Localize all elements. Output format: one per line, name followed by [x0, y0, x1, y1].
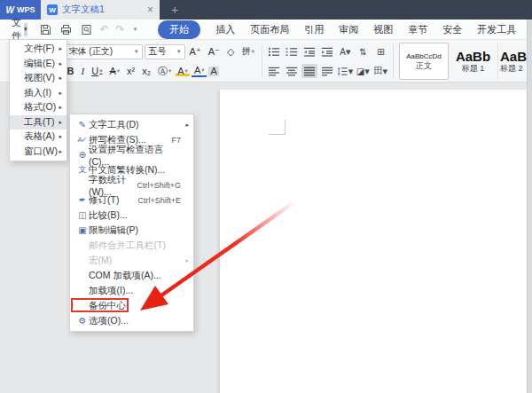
- align-center-icon: [286, 67, 298, 76]
- print-icon: [60, 24, 72, 35]
- menu-item-format[interactable]: 格式(O)▸: [10, 100, 66, 115]
- redo-icon[interactable]: ↷: [116, 23, 125, 35]
- tab-dev-tools[interactable]: 开发工具: [477, 23, 516, 36]
- menu-item-file[interactable]: 文件(F)▸: [10, 42, 66, 57]
- save-button[interactable]: [40, 24, 51, 35]
- pinyin-guide-button[interactable]: 拼▾: [239, 47, 256, 56]
- numbered-list-icon: [286, 47, 298, 57]
- enclose-characters-button[interactable]: Ⓐ▾: [155, 67, 174, 76]
- align-left-button[interactable]: [266, 64, 282, 78]
- menu-item-label: COM 加载项(A)...: [89, 270, 161, 282]
- decrease-indent-button[interactable]: [301, 44, 317, 59]
- set-spellcheck-language-item[interactable]: ⊕设置拼写检查语言(C)...: [70, 147, 193, 162]
- addins-item[interactable]: 加载项(I)...: [70, 283, 193, 298]
- backup-center-item[interactable]: 备份中心: [70, 298, 193, 313]
- font-section: 宋体 (正文) ▾ 五号 ▾ A⁺ A⁻ ◇ 拼▾ B I U▾ A▾ x² x…: [63, 43, 259, 80]
- text-highlight-button[interactable]: A▾: [176, 67, 190, 76]
- tab-home[interactable]: 开始: [158, 20, 200, 39]
- doc-file-icon: W: [47, 4, 58, 15]
- chevron-down-icon: ▾: [99, 68, 102, 75]
- menu-item-label: 编辑(E): [24, 58, 55, 70]
- vertical-scrollbar[interactable]: [527, 20, 532, 393]
- bullet-list-icon: [268, 47, 280, 57]
- chevron-down-icon: ▾: [201, 67, 204, 74]
- tab-section[interactable]: 章节: [408, 23, 427, 36]
- style-normal[interactable]: AaBbCcDd 正文: [399, 43, 449, 80]
- app-name: WPS: [17, 5, 35, 14]
- page-setup-button[interactable]: ⊞: [372, 44, 388, 59]
- tab-page-layout[interactable]: 页面布局: [250, 23, 289, 36]
- styles-gallery: AaBbCcDd 正文 AaBb 标题 1 AaBb(A 标题 2: [399, 43, 532, 80]
- paragraph-section: A▾ ⇅ ⊞ ▾ ◪▾ 田▾: [264, 43, 390, 80]
- chinese-conversion-icon: 文: [75, 164, 89, 176]
- restrict-editing-icon: ▣: [75, 225, 89, 235]
- style-heading1[interactable]: AaBb 标题 1: [449, 43, 498, 80]
- increase-indent-button[interactable]: [319, 44, 335, 59]
- menu-item-edit[interactable]: 编辑(E)▸: [10, 57, 66, 72]
- menu-item-view[interactable]: 视图(V)▸: [10, 71, 66, 86]
- menu-item-insert[interactable]: 插入(I)▸: [10, 86, 66, 101]
- document-page[interactable]: [220, 90, 527, 393]
- ribbon-tabs: 开始 插入 页面布局 引用 审阅 视图 章节 安全 开发工具 云服务 文档助手: [149, 20, 532, 39]
- submenu-arrow-icon: ▸: [59, 60, 62, 67]
- restrict-editing-item[interactable]: ▣限制编辑(P): [70, 223, 193, 238]
- text-direction-button[interactable]: A▾: [337, 44, 353, 59]
- document-tab[interactable]: W 文字文稿1 ×: [41, 0, 160, 20]
- borders-button[interactable]: 田▾: [372, 64, 388, 78]
- style-sample: AaBbCcDd: [406, 53, 442, 60]
- track-changes-item[interactable]: ✒修订(T)Ctrl+Shift+E: [70, 193, 193, 208]
- bullet-list-button[interactable]: [266, 44, 282, 59]
- tab-references[interactable]: 引用: [304, 23, 324, 36]
- decrease-font-button[interactable]: A⁻: [206, 47, 223, 57]
- tab-close-icon[interactable]: ×: [147, 4, 153, 15]
- underline-button[interactable]: U▾: [89, 67, 105, 76]
- print-button[interactable]: [60, 24, 72, 35]
- page-setup-icon: ⊞: [377, 47, 384, 57]
- word-count-item[interactable]: 字数统计(W)...Ctrl+Shift+G: [70, 177, 193, 193]
- menu-item-tools[interactable]: 工具(T)▸: [10, 115, 66, 130]
- menu-item-window[interactable]: 窗口(W)▸: [10, 145, 66, 160]
- font-name-combo[interactable]: 宋体 (正文) ▾: [65, 44, 143, 59]
- superscript-button[interactable]: x²: [124, 67, 137, 76]
- distribute-button[interactable]: [319, 64, 335, 78]
- highlight-icon: A: [177, 67, 184, 76]
- shading-button[interactable]: ◪▾: [355, 64, 371, 78]
- tab-insert[interactable]: 插入: [215, 23, 235, 36]
- text-tool-item[interactable]: ✎文字工具(D)▸: [70, 117, 193, 132]
- italic-button[interactable]: I: [79, 67, 88, 76]
- undo-icon[interactable]: ↶: [100, 23, 109, 35]
- strikethrough-button[interactable]: A▾: [106, 67, 122, 76]
- line-spacing-button[interactable]: ▾: [337, 64, 353, 78]
- sort-button[interactable]: ⇅: [355, 44, 371, 59]
- character-shading-button[interactable]: A: [208, 67, 218, 76]
- quick-access-customize-icon[interactable]: ▾: [134, 26, 137, 33]
- margin-corner-mark: [269, 120, 286, 135]
- distribute-icon: [321, 67, 333, 76]
- numbered-list-button[interactable]: [284, 44, 300, 59]
- tab-view[interactable]: 视图: [373, 23, 393, 36]
- spellcheck-language-icon: ⊕: [75, 150, 89, 160]
- subscript-button[interactable]: x₂: [139, 67, 153, 76]
- font-color-button[interactable]: A▾: [192, 66, 207, 77]
- tab-security[interactable]: 安全: [442, 23, 462, 36]
- file-menu-chevron[interactable]: ▾: [24, 23, 27, 36]
- menu-item-label: 限制编辑(P): [89, 224, 138, 237]
- clear-format-icon[interactable]: ◇: [224, 47, 237, 57]
- com-addins-item[interactable]: COM 加载项(A)...: [70, 268, 193, 283]
- options-item[interactable]: ⚙选项(O)...: [70, 313, 193, 328]
- font-size-combo[interactable]: 五号 ▾: [145, 44, 185, 59]
- style-name: 正文: [416, 62, 432, 70]
- menu-item-label: 宏(M): [89, 255, 112, 267]
- justify-button[interactable]: [301, 64, 317, 78]
- tab-review[interactable]: 审阅: [339, 23, 358, 36]
- underline-label: U: [91, 67, 98, 76]
- increase-font-button[interactable]: A⁺: [187, 47, 204, 57]
- align-center-button[interactable]: [284, 64, 300, 78]
- borders-icon: 田: [374, 65, 383, 77]
- print-preview-button[interactable]: [81, 24, 92, 35]
- chevron-down-icon: ▾: [251, 49, 254, 55]
- compare-item[interactable]: ◫比较(B)...: [70, 208, 193, 223]
- chevron-down-icon: ▾: [364, 66, 370, 77]
- menu-item-table[interactable]: 表格(A)▸: [10, 130, 66, 145]
- new-tab-button[interactable]: +: [171, 3, 178, 17]
